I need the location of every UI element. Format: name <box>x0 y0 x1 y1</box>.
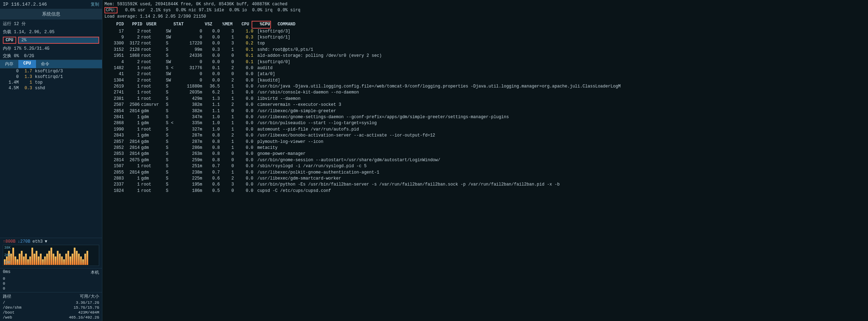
proc-mem-2: 0 <box>3 74 19 79</box>
vsz-cell: 335m <box>179 120 202 126</box>
pcpu-cell: 0.0 <box>234 170 253 176</box>
mem-cell: 1.0 <box>202 114 220 120</box>
mem-cell: 0.6 <box>202 182 220 188</box>
user-cell: gdm <box>141 176 166 182</box>
tab-cmd[interactable]: 命令 <box>36 60 54 68</box>
table-row: 28542814gdmS382m1.100.0 /usr/libexec/gdm… <box>104 108 866 114</box>
vsz-cell: 0 <box>179 29 202 35</box>
user-cell: root <box>141 182 166 188</box>
ppid-cell: 1 <box>124 65 140 71</box>
cmd-cell: top <box>255 41 265 47</box>
graph-bar <box>14 256 16 265</box>
graph-bar <box>23 256 25 265</box>
pid-cell: 3300 <box>104 41 124 47</box>
graph-bar <box>34 254 35 265</box>
net-io-row-3: 0 <box>3 286 99 291</box>
ppid-cell: 1 <box>124 120 140 126</box>
pid-cell: 2883 <box>104 176 124 182</box>
swap-pct: 0% <box>14 54 19 59</box>
pcpu-cell: 0.0 <box>234 182 253 188</box>
swap-label: 交换 <box>3 53 11 59</box>
disk-path-2: /dev/shm <box>3 305 22 310</box>
proc-row-1: 0 1.7 ksoftirqd/3 <box>0 68 102 74</box>
cmd-cell: [kauditd] <box>255 78 280 84</box>
proc-cpu-2: 1.3 <box>22 74 32 79</box>
swap-row: 交换 0% 0/2G <box>0 52 102 60</box>
user-cell: root <box>141 71 166 77</box>
hdr-vsz: VSZ <box>189 22 212 28</box>
table-row: 28831gdmS225m0.620.0 /usr/libexec/gdm-sm… <box>104 176 866 182</box>
net-io-row-1: 0 <box>3 276 99 281</box>
graph-bar <box>82 259 84 265</box>
cpu-cell: 3 <box>220 41 234 47</box>
cpu-cell: 1 <box>220 96 234 102</box>
vsz-cell: 17220 <box>179 41 202 47</box>
table-row: 42rootSW00.000.1 [ksoftirqd/0] <box>104 59 866 65</box>
mem-cell: 0.8 <box>202 133 220 139</box>
sys-info-title: 系统信息 <box>0 9 102 19</box>
vsz-cell: 225m <box>179 176 202 182</box>
pcpu-cell: 0.0 <box>234 78 253 84</box>
proc-mem-1: 0 <box>3 69 19 74</box>
ppid-cell: 1 <box>124 133 140 139</box>
cmd-cell: /usr/bin/java -Djava.util.logging.config… <box>255 84 621 90</box>
load-row: 负载 1.14, 2.96, 2.05 <box>0 28 102 36</box>
hdr-cpu: CPU <box>235 22 249 28</box>
graph-bar <box>19 254 20 265</box>
ppid-cell: 1 <box>124 90 140 96</box>
vsz-cell: 347m <box>179 114 202 120</box>
vsz-cell: 11880m <box>179 84 202 90</box>
cmd-cell: automount --pid-file /var/run/autofs.pid <box>255 127 359 133</box>
table-row: 28681gdmS <335m1.010.0 /usr/bin/pulseaud… <box>104 120 866 126</box>
vsz-cell: 2035m <box>179 90 202 96</box>
ppid-cell: 1 <box>124 188 140 194</box>
mem-used: 5.2G/31.4G <box>24 46 49 51</box>
swap-used: 0/2G <box>24 54 34 59</box>
mem-cell: 1.1 <box>202 102 220 108</box>
graph-bar <box>21 251 23 265</box>
cpu-cell: 2 <box>220 176 234 182</box>
ppid-cell: 2 <box>124 29 140 35</box>
graph-bar <box>55 256 56 265</box>
graph-bars <box>3 245 99 266</box>
pid-cell: 1951 <box>104 53 124 59</box>
graph-bar <box>72 254 73 265</box>
mem-cell: 0.8 <box>202 139 220 145</box>
pid-cell: 2854 <box>104 108 124 114</box>
vsz-cell: 0 <box>179 78 202 84</box>
cmd-cell: ald-addon-storage: polling /dev/sr0 (eve… <box>255 53 382 59</box>
graph-bar <box>31 248 33 265</box>
cpu-label: CPU <box>3 37 16 44</box>
pcpu-cell: 0.0 <box>234 188 253 194</box>
stat-cell: S <box>166 114 179 120</box>
table-row: 92rootSW00.010.3 [ksoftirqd/1] <box>104 35 866 41</box>
cmd-cell: cimservermain --executor-socket 3 <box>255 102 341 108</box>
ppid-cell: 3172 <box>124 41 140 47</box>
disk-row-1: / 3.3G/17.2G <box>3 300 99 305</box>
net-header: ↑800B ↓270B eth3 ▼ <box>3 239 99 244</box>
user-cell: root <box>141 78 166 84</box>
stat-cell: S <box>166 108 179 114</box>
ppid-cell: 1 <box>124 163 140 169</box>
disk-row-2: /dev/shm 15.7G/15.7G <box>3 305 99 310</box>
mem-stat-line: Mem: 5931592K used, 26941844K free, 0K s… <box>104 1 866 7</box>
pcpu-cell: 0.1 <box>234 47 253 53</box>
mem-cell: 0.0 <box>202 78 220 84</box>
graph-bar <box>38 256 40 265</box>
pid-cell: 1482 <box>104 65 124 71</box>
user-cell: root <box>141 29 166 35</box>
net-dropdown-icon[interactable]: ▼ <box>45 239 47 244</box>
pid-cell: 2853 <box>104 151 124 157</box>
proc-cmd-3: top <box>35 80 99 85</box>
tab-mem[interactable]: 内存 <box>0 60 18 68</box>
cmd-cell: metacity <box>255 145 278 151</box>
net-local-label: 本机 <box>91 269 99 275</box>
cmd-cell: /usr/libexec/bonobo-activation-server --… <box>255 133 435 139</box>
graph-label-13k: 13K <box>4 261 11 265</box>
graph-bar <box>27 259 29 265</box>
tab-cpu[interactable]: CPU <box>18 60 36 68</box>
cmd-cell: auditd <box>255 65 272 71</box>
graph-bar <box>17 259 18 265</box>
copy-button[interactable]: 复制 <box>91 1 99 7</box>
pid-cell: 2741 <box>104 90 124 96</box>
